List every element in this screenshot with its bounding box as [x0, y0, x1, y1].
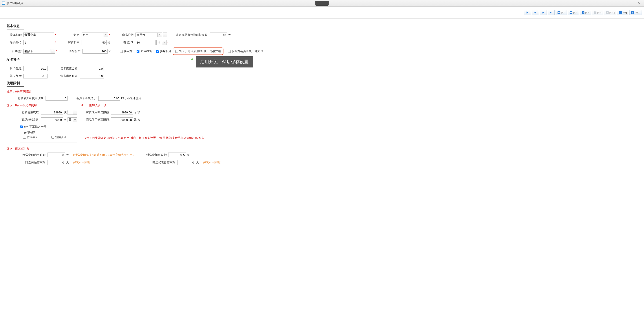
- coupon-valid-label: 赠送优惠券有效期:: [152, 160, 176, 164]
- svg-rect-1: [552, 12, 552, 14]
- room-gift-input[interactable]: [111, 110, 133, 115]
- callout: 启用开关，然后保存设置: [196, 56, 253, 67]
- prev-icon: [533, 11, 537, 14]
- status-label: 状 态:: [65, 33, 80, 37]
- next-icon: [541, 11, 545, 14]
- kmi-promo-checkbox[interactable]: 售卡、充值启用K米线上优惠方案: [175, 49, 221, 53]
- app-icon: [2, 1, 5, 5]
- first-button[interactable]: [524, 10, 531, 15]
- hint-unlimited: 提示：0表示不限制: [6, 90, 638, 94]
- toolbar-area: [F1] [F2] [F3] [F4] [Esc] [F5] [F12]: [0, 6, 644, 19]
- box-use-input[interactable]: [41, 110, 63, 115]
- content: 基本信息 等级名称:* 状 态:* 商品价格:··· 寄存商品有效期延长天数:天…: [0, 19, 644, 176]
- stored-value-checkbox[interactable]: 储值功能: [136, 49, 152, 53]
- gift-goods-valid-label: 赠送商品有效期:: [18, 160, 46, 164]
- room-gift-label: 房费使用赠送限额:: [86, 110, 110, 114]
- valid-input[interactable]: [136, 40, 156, 45]
- pencil-icon: [581, 11, 585, 14]
- replace-fee-input[interactable]: [23, 74, 48, 78]
- goods-price-more-button[interactable]: ···: [163, 32, 167, 37]
- refresh-icon: [619, 11, 622, 14]
- gift-enable-label: 赠送金额启用时间:: [18, 153, 46, 157]
- chevron-down-icon[interactable]: [73, 110, 77, 115]
- points-checkbox[interactable]: 参与积分: [156, 49, 171, 53]
- manual-card-checkbox[interactable]: 允许手工输入卡号: [20, 125, 46, 129]
- note-batch: 注：一批客人算一次: [81, 103, 106, 107]
- callout-text: 启用开关，然后保存设置: [196, 56, 253, 67]
- annual-fee-checkbox[interactable]: 收年费: [120, 49, 132, 53]
- next-button[interactable]: [540, 10, 547, 15]
- pay-verify-fieldset: 支付验证 密码验证 短信验证: [20, 133, 77, 142]
- box-max-label: 包厢最大可使用次数:: [18, 96, 44, 100]
- sms-hint: 提示：如果需要短信验证，必须启用 后台—短信服务设置—“会员登录/支付手机短信验…: [84, 136, 204, 140]
- chevron-down-icon[interactable]: [158, 32, 162, 37]
- gift-valid-input[interactable]: [168, 153, 186, 157]
- status-select[interactable]: [82, 32, 108, 37]
- goods-settle-input[interactable]: [41, 117, 63, 122]
- callout-dot-icon: [191, 58, 193, 60]
- pay-verify-legend: 支付验证: [22, 131, 36, 135]
- chevron-down-icon[interactable]: [73, 117, 77, 122]
- goods-price-label: 商品价格:: [119, 33, 134, 37]
- card-type-select[interactable]: [23, 49, 55, 54]
- make-fee-label: 制卡费用:: [6, 67, 22, 70]
- chevron-down-icon[interactable]: [162, 40, 166, 45]
- coupon-valid-input[interactable]: [178, 160, 195, 165]
- service-fee-checkbox[interactable]: 服务费会员余额不可支付: [228, 49, 263, 53]
- goods-discount-input[interactable]: [82, 49, 108, 54]
- goods-price-select[interactable]: [136, 32, 162, 37]
- pwd-verify-checkbox[interactable]: 密码验证: [23, 135, 38, 139]
- cancel-button: [Esc]: [604, 10, 616, 15]
- goods-gift-label: 商品使用赠送限额:: [86, 118, 110, 122]
- export-icon: [631, 11, 634, 14]
- section-limit-title: 使用限制: [6, 81, 24, 87]
- sell-points-input[interactable]: [80, 74, 104, 78]
- goods-settle-unit-select[interactable]: [68, 117, 77, 122]
- sell-recharge-label: 售卡充值金额:: [56, 67, 78, 70]
- hint-bizday: 提示：按营业日算: [6, 146, 638, 150]
- remove-button[interactable]: [F2]: [568, 10, 579, 15]
- goods-settle-label: 商品结账次数:: [18, 118, 40, 122]
- titlebar: 会员等级设置 ✕: [0, 0, 644, 6]
- minus-icon: [569, 11, 573, 14]
- gift-goods-valid-input[interactable]: [48, 160, 65, 165]
- level-name-input[interactable]: [23, 32, 54, 37]
- edit-button[interactable]: [F3]: [580, 10, 591, 15]
- make-fee-input[interactable]: [23, 66, 48, 71]
- svg-rect-0: [526, 12, 526, 14]
- kmi-promo-highlight: 售卡、充值启用K米线上优惠方案: [173, 47, 224, 55]
- section-basic-title: 基本信息: [6, 24, 24, 29]
- sell-recharge-input[interactable]: [80, 66, 104, 71]
- replace-fee-label: 补卡费用:: [6, 74, 22, 78]
- box-use-unit-select[interactable]: [68, 110, 77, 115]
- chevron-down-icon[interactable]: [104, 32, 108, 37]
- svg-rect-6: [594, 12, 596, 12]
- goods-gift-input[interactable]: [111, 117, 133, 122]
- deposit-ext-input[interactable]: [210, 32, 227, 37]
- export-button[interactable]: [F12]: [629, 10, 642, 15]
- goods-discount-label: 商品折率:: [66, 49, 81, 53]
- balance-low-input[interactable]: [98, 96, 120, 101]
- refresh-button[interactable]: [F5]: [617, 10, 628, 15]
- add-button[interactable]: [F1]: [556, 10, 567, 15]
- level-name-label: 等级名称:: [6, 33, 22, 37]
- zero-unlimited-2: （0表示不限制）: [202, 160, 223, 164]
- chevron-down-icon[interactable]: [50, 49, 55, 54]
- hint-disallow: 提示：0表示不允许使用: [6, 103, 37, 107]
- last-button[interactable]: [548, 10, 555, 15]
- plus-icon: [557, 11, 561, 14]
- first-icon: [526, 11, 529, 14]
- box-use-label: 包厢使用次数:: [18, 110, 40, 114]
- sell-points-label: 售卡赠送积分:: [56, 74, 78, 78]
- box-max-input[interactable]: [46, 96, 68, 101]
- dropdown-tab[interactable]: [316, 1, 328, 6]
- level-code-input[interactable]: [23, 40, 54, 45]
- last-icon: [549, 11, 553, 14]
- room-discount-input[interactable]: [82, 40, 107, 45]
- zero-unlimited-1: （0表示不限制）: [72, 160, 93, 164]
- valid-unit-select[interactable]: [156, 40, 166, 45]
- prev-button[interactable]: [532, 10, 539, 15]
- gift-enable-input[interactable]: [48, 153, 65, 157]
- sms-verify-checkbox[interactable]: 短信验证: [52, 135, 67, 139]
- close-button[interactable]: ✕: [636, 1, 642, 6]
